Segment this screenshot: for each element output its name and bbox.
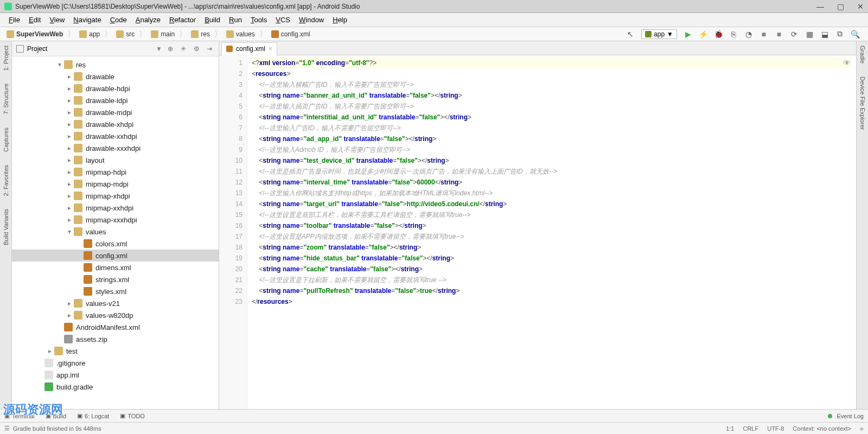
tree-item-drawable-xxxhdpi[interactable]: ▸drawable-xxxhdpi bbox=[12, 142, 219, 154]
breadcrumb-SuperViewWeb[interactable]: SuperViewWeb bbox=[4, 30, 65, 38]
tool-window-build-variants[interactable]: Build Variants bbox=[3, 207, 9, 247]
bottom-tab-build[interactable]: ▣Build bbox=[46, 412, 66, 419]
status-hamburger-icon[interactable]: ☰ bbox=[4, 425, 10, 432]
menu-build[interactable]: Build bbox=[200, 13, 225, 27]
tree-arrow-icon[interactable]: ▾ bbox=[65, 228, 74, 235]
tree-item-layout[interactable]: ▸layout bbox=[12, 154, 219, 166]
minimize-icon[interactable]: — bbox=[816, 2, 824, 11]
back-icon[interactable]: ↖ bbox=[626, 30, 635, 39]
tool-window-device-file-explorer[interactable]: Device File Explorer bbox=[859, 74, 866, 132]
sync-icon[interactable]: ⟳ bbox=[790, 30, 799, 39]
attach-debugger-icon[interactable]: ⎘ bbox=[729, 30, 738, 39]
tree-item-values-v21[interactable]: ▸values-v21 bbox=[12, 297, 219, 309]
menu-tools[interactable]: Tools bbox=[246, 13, 271, 27]
menu-refactor[interactable]: Refactor bbox=[165, 13, 200, 27]
breadcrumb-app[interactable]: app bbox=[77, 30, 102, 38]
status-crlf[interactable]: CRLF bbox=[743, 425, 758, 432]
menu-window[interactable]: Window bbox=[295, 13, 328, 27]
run-icon[interactable]: ▶ bbox=[684, 30, 692, 39]
tree-item-build-gradle[interactable]: build.gradle bbox=[12, 381, 219, 393]
status-encoding[interactable]: UTF-8 bbox=[767, 425, 784, 432]
tree-arrow-icon[interactable]: ▸ bbox=[65, 108, 74, 116]
bottom-tab----logcat[interactable]: ▣6: Logcat bbox=[77, 412, 109, 419]
tree-arrow-icon[interactable]: ▾ bbox=[55, 61, 64, 68]
tree-item-mipmap-xhdpi[interactable]: ▸mipmap-xhdpi bbox=[12, 190, 219, 202]
tree-arrow-icon[interactable]: ▸ bbox=[65, 120, 74, 128]
menu-run[interactable]: Run bbox=[225, 13, 246, 27]
menu-view[interactable]: View bbox=[45, 13, 69, 27]
tool-window----favorites[interactable]: 2: Favorites bbox=[3, 163, 9, 198]
menu-edit[interactable]: Edit bbox=[24, 13, 45, 27]
tree-arrow-icon[interactable]: ▸ bbox=[65, 311, 74, 319]
status-context[interactable]: Context: <no context> bbox=[793, 425, 851, 432]
close-tab-icon[interactable]: × bbox=[269, 45, 272, 53]
tree-item-dimens-xml[interactable]: dimens.xml bbox=[12, 261, 219, 273]
inspection-eye-icon[interactable]: 👁 bbox=[843, 59, 851, 67]
tree-item-mipmap-xxhdpi[interactable]: ▸mipmap-xxhdpi bbox=[12, 202, 219, 214]
tool-window-captures[interactable]: Captures bbox=[3, 125, 9, 154]
menu-code[interactable]: Code bbox=[106, 13, 131, 27]
search-icon[interactable]: 🔍 bbox=[851, 30, 859, 39]
tree-item-drawable-hdpi[interactable]: ▸drawable-hdpi bbox=[12, 82, 219, 94]
sdk-icon[interactable]: ⬓ bbox=[820, 30, 829, 39]
editor-tab-config[interactable]: config.xml × bbox=[221, 42, 277, 55]
tree-item-res[interactable]: ▾res bbox=[12, 59, 219, 71]
tree-item-mipmap-hdpi[interactable]: ▸mipmap-hdpi bbox=[12, 166, 219, 178]
menu-vcs[interactable]: VCS bbox=[271, 13, 295, 27]
tree-item-strings-xml[interactable]: strings.xml bbox=[12, 273, 219, 285]
tree-item-values-w820dp[interactable]: ▸values-w820dp bbox=[12, 309, 219, 321]
breadcrumb-src[interactable]: src bbox=[114, 30, 137, 38]
collapse-all-icon[interactable]: ⊕ bbox=[165, 44, 175, 54]
tree-arrow-icon[interactable]: ▸ bbox=[65, 204, 74, 212]
tree-arrow-icon[interactable]: ▸ bbox=[65, 216, 74, 224]
tree-arrow-icon[interactable]: ▸ bbox=[65, 168, 74, 176]
profiler-icon[interactable]: ◔ bbox=[744, 30, 753, 39]
tree-item-drawable-ldpi[interactable]: ▸drawable-ldpi bbox=[12, 94, 219, 106]
tree-item--gitignore[interactable]: .gitignore bbox=[12, 357, 219, 369]
tree-item-assets-zip[interactable]: assets.zip bbox=[12, 333, 219, 345]
tree-arrow-icon[interactable]: ▸ bbox=[65, 73, 74, 80]
tree-arrow-icon[interactable]: ▸ bbox=[46, 347, 54, 355]
debug-icon[interactable]: 🐞 bbox=[714, 30, 723, 39]
breadcrumb-config-xml[interactable]: config.xml bbox=[269, 30, 312, 38]
project-tree[interactable]: ▾res▸drawable▸drawable-hdpi▸drawable-ldp… bbox=[12, 56, 219, 409]
tree-item-config-xml[interactable]: config.xml bbox=[12, 250, 219, 261]
menu-analyze[interactable]: Analyze bbox=[131, 13, 165, 27]
tree-arrow-icon[interactable]: ▸ bbox=[65, 144, 74, 152]
tree-item-drawable-mdpi[interactable]: ▸drawable-mdpi bbox=[12, 106, 219, 118]
tree-arrow-icon[interactable]: ▸ bbox=[65, 132, 74, 140]
tree-arrow-icon[interactable]: ▸ bbox=[65, 85, 74, 92]
gear-icon[interactable]: ⚙ bbox=[192, 44, 201, 54]
tree-arrow-icon[interactable]: ▸ bbox=[65, 97, 74, 104]
tree-item-colors-xml[interactable]: colors.xml bbox=[12, 238, 219, 250]
close-icon[interactable]: ✕ bbox=[857, 2, 864, 11]
code-editor[interactable]: <?xml version="1.0" encoding="utf-8"?><r… bbox=[247, 55, 856, 409]
menu-help[interactable]: Help bbox=[328, 13, 352, 27]
bottom-tab-terminal[interactable]: ▣Terminal bbox=[4, 412, 35, 419]
stop2-icon[interactable]: ■ bbox=[775, 30, 783, 39]
menu-file[interactable]: File bbox=[4, 13, 24, 27]
tree-item-values[interactable]: ▾values bbox=[12, 226, 219, 238]
tree-item-drawable-xxhdpi[interactable]: ▸drawable-xxhdpi bbox=[12, 130, 219, 142]
tree-item-androidmanifest-xml[interactable]: AndroidManifest.xml bbox=[12, 321, 219, 333]
event-log-tab[interactable]: Event Log bbox=[837, 413, 864, 419]
project-view-dropdown[interactable]: ▼ bbox=[156, 45, 162, 53]
bottom-tab-todo[interactable]: ▣TODO bbox=[120, 412, 145, 419]
tree-item-styles-xml[interactable]: styles.xml bbox=[12, 285, 219, 297]
tree-item-test[interactable]: ▸test bbox=[12, 345, 219, 357]
tool-window----project[interactable]: 1: Project bbox=[3, 43, 9, 73]
tool-window----structure[interactable]: 7: Structure bbox=[3, 81, 9, 117]
tree-item-drawable-xhdpi[interactable]: ▸drawable-xhdpi bbox=[12, 118, 219, 130]
tree-arrow-icon[interactable]: ▸ bbox=[65, 192, 74, 200]
tree-item-app-iml[interactable]: app.iml bbox=[12, 369, 219, 381]
maximize-icon[interactable]: ▢ bbox=[837, 2, 844, 11]
breadcrumb-res[interactable]: res bbox=[189, 30, 212, 38]
tool-window-gradle[interactable]: Gradle bbox=[859, 43, 866, 66]
stop-icon[interactable]: ■ bbox=[760, 30, 768, 39]
apply-changes-icon[interactable]: ⚡ bbox=[699, 30, 707, 39]
breadcrumb-main[interactable]: main bbox=[149, 30, 177, 38]
autoscroll-icon[interactable]: ✳ bbox=[178, 44, 188, 54]
tree-arrow-icon[interactable]: ▸ bbox=[65, 180, 74, 188]
run-config-select[interactable]: app ▼ bbox=[641, 29, 677, 39]
tree-item-drawable[interactable]: ▸drawable bbox=[12, 71, 219, 82]
